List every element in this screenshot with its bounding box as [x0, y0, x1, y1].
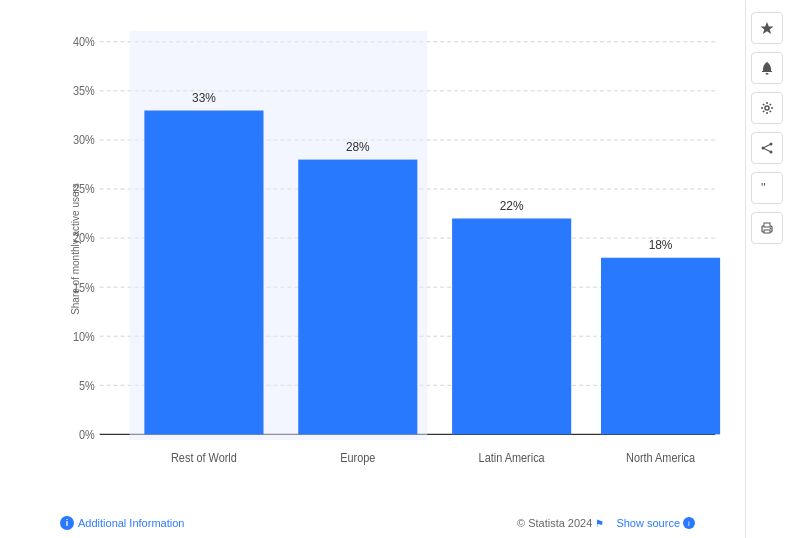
- svg-line-34: [763, 148, 771, 152]
- svg-text:18%: 18%: [649, 237, 673, 252]
- sidebar: ": [745, 0, 787, 538]
- info-icon: i: [60, 516, 74, 530]
- svg-text:North America: North America: [626, 451, 696, 464]
- svg-text:30%: 30%: [73, 134, 95, 147]
- main-container: Share of monthly active users 40% 35% 30…: [0, 0, 787, 538]
- bar-europe: [298, 160, 417, 435]
- svg-point-29: [765, 106, 769, 110]
- chart-svg: 40% 35% 30% 25% 20% 15% 10% 5% 0% 33% Re…: [60, 20, 735, 478]
- svg-marker-27: [760, 22, 773, 34]
- svg-text:0%: 0%: [79, 428, 95, 441]
- svg-text:33%: 33%: [192, 90, 216, 105]
- additional-info-label: Additional Information: [78, 517, 184, 529]
- svg-text:Europe: Europe: [340, 451, 375, 464]
- show-source-label: Show source: [616, 517, 680, 529]
- show-source-link[interactable]: Show source i: [616, 517, 695, 529]
- quote-button[interactable]: ": [751, 172, 783, 204]
- svg-line-33: [763, 144, 771, 148]
- statista-credit: © Statista 2024 ⚑: [517, 517, 604, 529]
- bookmark-button[interactable]: [751, 12, 783, 44]
- svg-text:22%: 22%: [500, 198, 524, 213]
- svg-text:28%: 28%: [346, 139, 370, 154]
- y-axis-label: Share of monthly active users: [70, 183, 81, 315]
- svg-rect-37: [764, 223, 770, 227]
- svg-text:35%: 35%: [73, 85, 95, 98]
- print-button[interactable]: [751, 212, 783, 244]
- svg-text:Latin America: Latin America: [479, 451, 546, 464]
- chart-footer: i Additional Information © Statista 2024…: [60, 516, 695, 530]
- svg-text:40%: 40%: [73, 36, 95, 49]
- svg-text:5%: 5%: [79, 379, 95, 392]
- svg-rect-38: [764, 230, 770, 233]
- bar-latin-america: [452, 218, 571, 434]
- additional-info-link[interactable]: i Additional Information: [60, 516, 184, 530]
- bar-rest-of-world: [144, 111, 263, 435]
- settings-button[interactable]: [751, 92, 783, 124]
- statista-flag-icon: ⚑: [595, 518, 604, 529]
- chart-area: Share of monthly active users 40% 35% 30…: [0, 0, 745, 538]
- bar-north-america: [601, 258, 720, 435]
- footer-right: © Statista 2024 ⚑ Show source i: [517, 517, 695, 529]
- show-source-info-icon: i: [683, 517, 695, 529]
- svg-text:": ": [761, 181, 766, 195]
- share-button[interactable]: [751, 132, 783, 164]
- svg-text:10%: 10%: [73, 330, 95, 343]
- svg-text:Rest of World: Rest of World: [171, 451, 237, 464]
- chart-wrapper: Share of monthly active users 40% 35% 30…: [60, 20, 735, 478]
- svg-point-39: [769, 228, 771, 230]
- notification-button[interactable]: [751, 52, 783, 84]
- svg-rect-28: [765, 73, 768, 75]
